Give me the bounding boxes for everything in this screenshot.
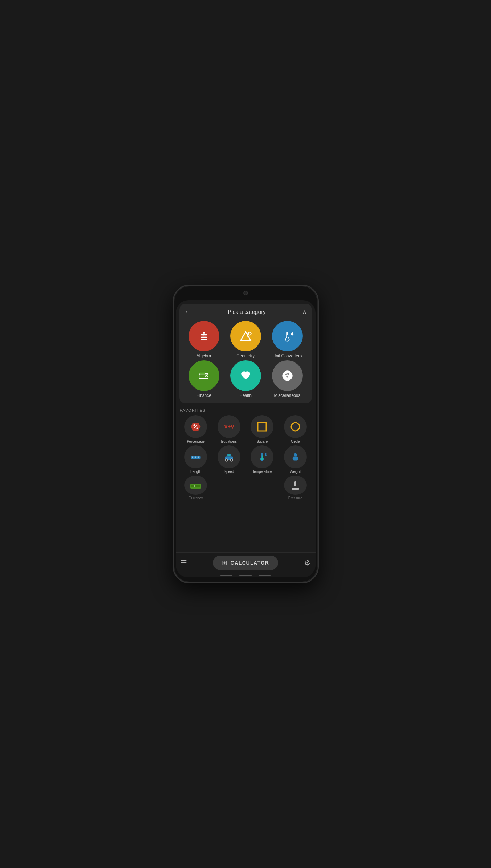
category-panel: ← Pick a category ∧ + −: [179, 304, 312, 403]
phone-frame: ← Pick a category ∧ + −: [173, 285, 319, 583]
square-label: Square: [256, 440, 268, 443]
fav-item-currency[interactable]: $ Currency: [180, 476, 212, 500]
pressure-icon: [289, 479, 302, 492]
vol-up-button: [173, 338, 174, 348]
svg-point-28: [197, 427, 198, 429]
svg-rect-51: [293, 457, 298, 461]
square-icon: [256, 420, 268, 433]
svg-point-24: [287, 373, 289, 375]
category-item-miscellaneous[interactable]: Miscellaneous: [268, 360, 307, 398]
category-item-algebra[interactable]: + − Algebra: [184, 321, 224, 358]
category-grid: + − Algebra: [184, 321, 307, 398]
svg-text:$: $: [194, 484, 195, 487]
weight-label: Weight: [290, 470, 301, 474]
svg-point-50: [294, 453, 297, 457]
fav-item-speed[interactable]: Speed: [213, 445, 245, 474]
svg-rect-57: [292, 488, 299, 490]
nav-bar: [176, 573, 316, 577]
geometry-icon: [238, 328, 253, 344]
favorites-grid: Percentage x+y Equations: [180, 415, 311, 500]
svg-rect-53: [191, 485, 200, 487]
finance-icon-circle: [189, 360, 219, 391]
svg-point-32: [291, 423, 300, 431]
bottom-bar: ☰ ⊞ CALCULATOR ⚙: [176, 552, 316, 573]
equations-label: Equations: [221, 440, 237, 443]
length-icon-circle: [184, 445, 207, 468]
circle-icon-circle: [284, 415, 307, 438]
svg-rect-31: [258, 423, 266, 431]
vol-down-button: [173, 352, 174, 362]
settings-button[interactable]: ⚙: [304, 559, 310, 567]
svg-point-41: [230, 459, 233, 461]
algebra-label: Algebra: [197, 353, 211, 358]
svg-rect-42: [227, 454, 230, 456]
nav-pill-recent: [259, 575, 271, 576]
category-header: ← Pick a category ∧: [184, 308, 307, 316]
svg-text:−: −: [202, 336, 205, 342]
calculator-button[interactable]: ⊞ CALCULATOR: [213, 556, 278, 570]
calculator-icon: ⊞: [222, 559, 227, 567]
temperature-icon-circle: [251, 445, 273, 468]
svg-point-23: [285, 374, 287, 376]
health-label: Health: [239, 393, 252, 398]
fav-item-circle[interactable]: Circle: [279, 415, 311, 443]
back-button[interactable]: ←: [184, 308, 191, 316]
circle-icon: [289, 420, 302, 433]
camera: [243, 291, 248, 295]
geometry-icon-circle: [230, 321, 261, 351]
nav-pill-back: [220, 575, 232, 576]
speed-icon: [223, 451, 235, 463]
svg-rect-21: [199, 373, 205, 374]
panel-title: Pick a category: [228, 309, 265, 315]
svg-point-40: [225, 459, 228, 461]
miscellaneous-label: Miscellaneous: [274, 393, 300, 398]
fav-item-equations[interactable]: x+y Equations: [213, 415, 245, 443]
favorites-section: FAVORITES P: [176, 403, 316, 552]
speed-label: Speed: [224, 470, 234, 474]
svg-point-9: [248, 332, 249, 333]
category-item-finance[interactable]: Finance: [184, 360, 224, 398]
fav-item-weight[interactable]: Weight: [279, 445, 311, 474]
unit-converters-icon-circle: [272, 321, 303, 351]
fav-item-pressure[interactable]: Pressure: [279, 476, 311, 500]
percentage-icon: [189, 420, 202, 433]
category-item-geometry[interactable]: Geometry: [226, 321, 265, 358]
category-item-unit-converters[interactable]: Unit Converters: [268, 321, 307, 358]
collapse-button[interactable]: ∧: [302, 308, 307, 316]
weight-icon-circle: [284, 445, 307, 468]
currency-icon-circle: $: [184, 476, 207, 495]
length-label: Length: [190, 470, 201, 474]
fav-item-length[interactable]: Length: [180, 445, 212, 474]
favorites-label: FAVORITES: [180, 408, 311, 412]
miscellaneous-icon-circle: [272, 360, 303, 391]
square-icon-circle: [251, 415, 273, 438]
temperature-label: Temperature: [252, 470, 272, 474]
health-icon: [238, 368, 253, 383]
equations-icon-circle: x+y: [218, 415, 240, 438]
calculator-label: CALCULATOR: [231, 560, 269, 566]
pressure-label: Pressure: [288, 496, 302, 500]
svg-text:x+y: x+y: [224, 423, 234, 429]
finance-icon: [196, 368, 212, 383]
fav-item-percentage[interactable]: Percentage: [180, 415, 212, 443]
temperature-icon: [256, 451, 268, 463]
nav-pill-home: [239, 575, 252, 576]
hamburger-menu-button[interactable]: ☰: [181, 559, 187, 567]
svg-point-25: [286, 376, 288, 378]
circle-label: Circle: [291, 440, 300, 443]
weight-icon: [289, 451, 302, 463]
geometry-label: Geometry: [236, 353, 255, 358]
percentage-label: Percentage: [187, 440, 205, 443]
fav-item-temperature[interactable]: Temperature: [246, 445, 278, 474]
category-item-health[interactable]: Health: [226, 360, 265, 398]
currency-label: Currency: [189, 496, 203, 500]
percentage-icon-circle: [184, 415, 207, 438]
svg-point-20: [205, 376, 207, 377]
unit-converters-icon: [280, 328, 295, 344]
finance-label: Finance: [196, 393, 211, 398]
power-button: [318, 345, 319, 362]
fav-item-square[interactable]: Square: [246, 415, 278, 443]
algebra-icon-circle: + −: [189, 321, 219, 351]
health-icon-circle: [230, 360, 261, 391]
equations-icon: x+y: [223, 420, 235, 433]
